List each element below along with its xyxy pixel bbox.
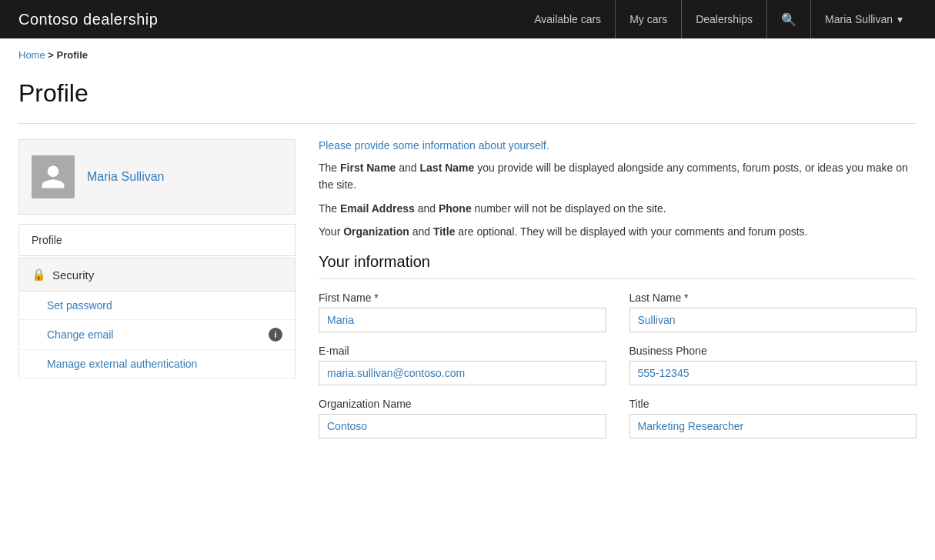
user-menu[interactable]: Maria Sullivan ▾	[811, 0, 917, 38]
sidebar-user-name[interactable]: Maria Sullivan	[87, 170, 164, 184]
last-name-input[interactable]	[629, 308, 917, 332]
last-name-group: Last Name *	[629, 292, 917, 332]
avatar	[32, 155, 75, 198]
title-label: Title	[629, 398, 917, 410]
org-group: Organization Name	[319, 398, 606, 438]
user-name-label: Maria Sullivan	[825, 13, 893, 25]
breadcrumb-current: Profile	[57, 49, 88, 61]
sidebar-item-profile[interactable]: Profile	[18, 224, 296, 256]
header: Contoso dealership Available cars My car…	[0, 0, 935, 38]
avatar-icon	[39, 163, 67, 191]
bold-phone: Phone	[439, 202, 472, 215]
lock-icon: 🔒	[32, 268, 46, 282]
description-org: Your Organization and Title are optional…	[319, 223, 917, 240]
title-input[interactable]	[629, 414, 917, 438]
bold-last-name: Last Name	[420, 162, 475, 174]
profile-form: First Name * Last Name * E-mail Business…	[319, 292, 917, 438]
phone-input[interactable]	[629, 361, 917, 385]
bold-org: Organization	[343, 225, 409, 238]
manage-auth-label: Manage external authentication	[47, 358, 197, 370]
sidebar-item-set-password[interactable]: Set password	[18, 292, 296, 320]
page-title: Profile	[0, 72, 935, 123]
email-label: E-mail	[319, 345, 606, 357]
bold-title: Title	[433, 225, 456, 238]
first-name-input[interactable]	[319, 308, 606, 332]
breadcrumb-home[interactable]: Home	[18, 49, 45, 61]
your-information-heading: Your information	[319, 253, 917, 279]
main-nav: Available cars My cars Dealerships 🔍 Mar…	[520, 0, 917, 38]
first-name-group: First Name *	[319, 292, 606, 332]
bold-email: Email Address	[340, 202, 415, 215]
first-name-label: First Name *	[319, 292, 606, 304]
intro-text: Please provide some information about yo…	[319, 139, 917, 152]
sidebar-item-manage-auth[interactable]: Manage external authentication	[18, 350, 296, 378]
phone-label: Business Phone	[629, 345, 917, 357]
site-logo: Contoso dealership	[18, 11, 158, 28]
sidebar-security-header: 🔒 Security	[18, 258, 296, 292]
email-group: E-mail	[319, 345, 606, 385]
info-icon: i	[269, 328, 282, 342]
content-panel: Please provide some information about yo…	[319, 139, 917, 438]
nav-my-cars[interactable]: My cars	[616, 0, 682, 38]
sidebar-security-label: Security	[52, 268, 94, 282]
user-card: Maria Sullivan	[18, 139, 296, 215]
sidebar: Maria Sullivan Profile 🔒 Security Set pa…	[18, 139, 296, 438]
org-input[interactable]	[319, 414, 606, 438]
phone-group: Business Phone	[629, 345, 917, 385]
description-names: The First Name and Last Name you provide…	[319, 159, 917, 194]
email-input[interactable]	[319, 361, 606, 385]
search-icon[interactable]: 🔍	[767, 0, 811, 38]
chevron-down-icon: ▾	[897, 13, 903, 25]
breadcrumb: Home > Profile	[0, 38, 935, 72]
nav-dealerships[interactable]: Dealerships	[682, 0, 767, 38]
nav-available-cars[interactable]: Available cars	[520, 0, 616, 38]
title-group: Title	[629, 398, 917, 438]
breadcrumb-separator: >	[48, 49, 56, 61]
change-email-label: Change email	[47, 328, 113, 341]
main-content: Maria Sullivan Profile 🔒 Security Set pa…	[0, 124, 935, 454]
org-label: Organization Name	[319, 398, 606, 410]
last-name-label: Last Name *	[629, 292, 917, 304]
sidebar-profile-label: Profile	[32, 234, 62, 246]
sidebar-item-change-email[interactable]: Change email i	[18, 320, 296, 350]
bold-first-name: First Name	[340, 162, 396, 174]
description-email: The Email Address and Phone number will …	[319, 200, 917, 217]
set-password-label: Set password	[47, 299, 112, 312]
